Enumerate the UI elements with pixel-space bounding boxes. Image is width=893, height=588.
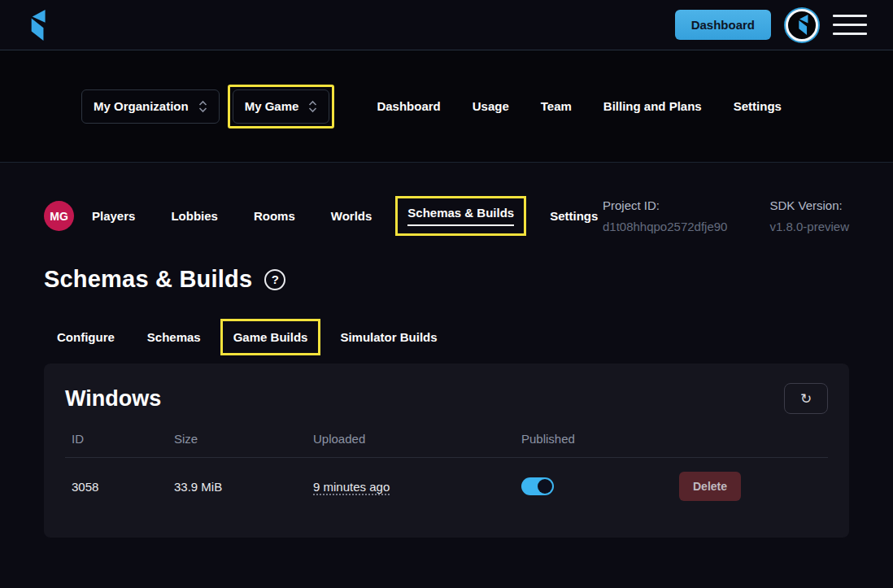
project-id-block: Project ID: d1t08hhqpo2572dfje90 bbox=[603, 198, 728, 233]
page-title: Schemas & Builds bbox=[44, 266, 252, 293]
builds-table: ID Size Uploaded Published 3058 33.9 MiB… bbox=[65, 432, 828, 505]
sdk-version-value: v1.8.0-preview bbox=[769, 220, 849, 233]
published-toggle[interactable] bbox=[521, 477, 554, 495]
annotation-box-schemas-builds: Schemas & Builds bbox=[395, 196, 526, 236]
organization-select[interactable]: My Organization bbox=[81, 89, 220, 124]
nav-schemas-builds[interactable]: Schemas & Builds bbox=[407, 206, 514, 226]
sdk-version-label: SDK Version: bbox=[769, 198, 849, 212]
main-content: MG Players Lobbies Rooms Worlds Schemas … bbox=[0, 163, 893, 588]
up-down-chevrons-icon bbox=[198, 100, 207, 113]
nav-billing-and-plans[interactable]: Billing and Plans bbox=[603, 99, 702, 113]
refresh-button[interactable]: ↻ bbox=[784, 383, 828, 414]
table-row: 3058 33.9 MiB 9 minutes ago Delete bbox=[65, 458, 828, 505]
toggle-knob bbox=[538, 479, 552, 494]
menu-icon[interactable] bbox=[833, 11, 867, 38]
card-title: Windows bbox=[65, 386, 161, 412]
organization-select-value: My Organization bbox=[94, 99, 189, 113]
table-header-row: ID Size Uploaded Published bbox=[65, 432, 828, 458]
game-select[interactable]: My Game bbox=[233, 89, 330, 124]
cell-id: 3058 bbox=[72, 480, 174, 494]
topbar: Dashboard bbox=[0, 0, 893, 50]
sdk-version-block: SDK Version: v1.8.0-preview bbox=[769, 198, 849, 233]
org-nav-links: Dashboard Usage Team Billing and Plans S… bbox=[377, 99, 782, 113]
tab-configure[interactable]: Configure bbox=[57, 330, 115, 344]
help-icon[interactable]: ? bbox=[264, 269, 285, 290]
builds-card: Windows ↻ ID Size Uploaded Published 305… bbox=[44, 364, 849, 538]
annotation-box-game-builds: Game Builds bbox=[220, 319, 321, 355]
delete-button[interactable]: Delete bbox=[679, 472, 741, 501]
tabs: Configure Schemas Game Builds Simulator … bbox=[57, 330, 849, 344]
col-published: Published bbox=[521, 432, 679, 446]
cell-uploaded[interactable]: 9 minutes ago bbox=[313, 480, 521, 494]
nav-team[interactable]: Team bbox=[541, 99, 572, 113]
nav-dashboard[interactable]: Dashboard bbox=[377, 99, 440, 113]
nav-project-settings[interactable]: Settings bbox=[550, 209, 598, 223]
nav-usage[interactable]: Usage bbox=[473, 99, 509, 113]
project-nav: MG Players Lobbies Rooms Worlds Schemas … bbox=[44, 198, 849, 233]
nav-worlds[interactable]: Worlds bbox=[331, 209, 372, 223]
project-nav-items: Players Lobbies Rooms Worlds Schemas & B… bbox=[92, 206, 598, 226]
game-select-value: My Game bbox=[245, 99, 299, 113]
col-id: ID bbox=[72, 432, 174, 446]
cell-actions: Delete bbox=[679, 472, 828, 501]
tab-game-builds[interactable]: Game Builds bbox=[233, 330, 308, 344]
app-root: Dashboard My Organization My Game bbox=[0, 0, 893, 588]
account-logo-icon[interactable] bbox=[786, 9, 818, 41]
nav-rooms[interactable]: Rooms bbox=[254, 209, 295, 223]
dashboard-button[interactable]: Dashboard bbox=[675, 10, 771, 40]
brand-logo-icon[interactable] bbox=[26, 10, 47, 41]
topbar-right: Dashboard bbox=[675, 9, 867, 41]
tab-schemas[interactable]: Schemas bbox=[147, 330, 201, 344]
nav-settings[interactable]: Settings bbox=[734, 99, 782, 113]
project-id-label: Project ID: bbox=[603, 198, 728, 212]
title-row: Schemas & Builds ? bbox=[44, 266, 849, 293]
tab-simulator-builds[interactable]: Simulator Builds bbox=[340, 330, 437, 344]
project-meta: Project ID: d1t08hhqpo2572dfje90 SDK Ver… bbox=[603, 198, 849, 233]
nav-players[interactable]: Players bbox=[92, 209, 135, 223]
avatar[interactable]: MG bbox=[44, 201, 74, 231]
col-size: Size bbox=[174, 432, 313, 446]
org-nav: My Organization My Game Dashboard Usage … bbox=[0, 50, 893, 163]
card-header: Windows ↻ bbox=[65, 383, 828, 414]
col-uploaded: Uploaded bbox=[313, 432, 521, 446]
up-down-chevrons-icon bbox=[308, 100, 317, 113]
refresh-icon: ↻ bbox=[800, 390, 812, 407]
cell-published bbox=[521, 477, 679, 495]
cell-size: 33.9 MiB bbox=[174, 480, 313, 494]
project-id-value: d1t08hhqpo2572dfje90 bbox=[603, 220, 728, 233]
nav-lobbies[interactable]: Lobbies bbox=[171, 209, 218, 223]
annotation-box-game-select: My Game bbox=[228, 85, 335, 128]
